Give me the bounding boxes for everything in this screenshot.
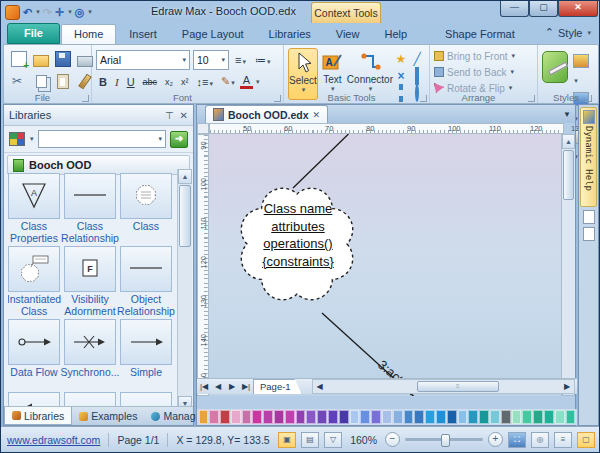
delete-shape-icon[interactable]: × <box>393 69 409 83</box>
page-tab[interactable]: Page-1 <box>253 379 302 394</box>
website-link[interactable]: www.edrawsoft.com <box>7 434 100 446</box>
color-swatch[interactable] <box>382 410 392 424</box>
bottom-tab-examples[interactable]: Examples <box>72 407 144 425</box>
color-swatch[interactable] <box>209 410 219 424</box>
minimize-button[interactable]: — <box>500 1 529 17</box>
help-page-icon[interactable] <box>583 227 595 241</box>
color-swatch[interactable] <box>566 410 576 424</box>
font-size-combo[interactable]: 10▾ <box>193 50 229 70</box>
bullets-button[interactable]: ≔▾ <box>252 53 274 68</box>
align-text-button[interactable]: ≡▾ <box>232 53 249 67</box>
fit-to-window-button[interactable]: ⛶ <box>508 432 526 448</box>
color-swatch[interactable] <box>350 410 360 424</box>
line-shape-icon[interactable]: ╱ <box>409 52 425 66</box>
undo-button[interactable]: ↶ <box>23 6 32 19</box>
scroll-right-icon[interactable]: ▶ <box>560 382 574 391</box>
color-swatch[interactable] <box>296 410 306 424</box>
color-swatch[interactable] <box>522 410 532 424</box>
color-swatch[interactable] <box>199 410 209 424</box>
open-file-icon[interactable] <box>33 55 49 67</box>
next-page-icon[interactable]: ▶ <box>225 382 239 391</box>
library-list-dropdown-icon[interactable]: ▾ <box>30 135 34 143</box>
tab-insert[interactable]: Insert <box>117 25 169 44</box>
style-menu-button[interactable]: ⌃ Style ▾ <box>545 26 591 39</box>
previous-page-icon[interactable]: ◀ <box>211 382 225 391</box>
format-painter-icon[interactable] <box>78 73 92 89</box>
paste-icon[interactable] <box>57 74 69 89</box>
color-swatch[interactable] <box>231 410 241 424</box>
dialog-launcher-icon[interactable] <box>528 95 535 102</box>
tab-help[interactable]: Help <box>372 25 419 44</box>
color-swatch[interactable] <box>306 410 316 424</box>
font-color-button[interactable]: A <box>240 74 253 89</box>
bottom-tab-libraries[interactable]: Libraries <box>4 407 72 425</box>
tab-view[interactable]: View <box>324 25 372 44</box>
help-page-icon[interactable] <box>583 210 595 224</box>
color-swatch[interactable] <box>533 410 543 424</box>
color-swatch[interactable] <box>544 410 554 424</box>
color-swatch[interactable] <box>285 410 295 424</box>
tab-home[interactable]: Home <box>61 24 116 44</box>
shape-class-relationship[interactable]: Class Relationship <box>64 173 116 244</box>
zoom-out-button[interactable]: − <box>385 432 400 447</box>
panel-close-icon[interactable]: ✕ <box>180 110 188 121</box>
dynamic-help-tab[interactable]: Dynamic Help <box>580 107 597 207</box>
scrollbar-thumb[interactable] <box>179 185 191 247</box>
superscript-button[interactable]: x² <box>178 76 192 88</box>
rectangle-shape-icon[interactable] <box>409 69 425 83</box>
shape-instantiated-class[interactable]: Instantiated Class <box>8 246 60 317</box>
dialog-launcher-icon[interactable] <box>274 95 281 102</box>
line-spacing-button[interactable]: ↕≡▾ <box>194 75 216 89</box>
color-swatch[interactable] <box>242 410 252 424</box>
shape-class-properties[interactable]: A Class Properties <box>8 173 60 244</box>
document-tab[interactable]: Booch OOD.edx ✕ <box>205 105 328 123</box>
color-swatch[interactable] <box>371 410 381 424</box>
library-go-button[interactable]: ➜ <box>170 131 188 148</box>
color-swatch[interactable] <box>274 410 284 424</box>
zoom-tool-button[interactable]: ◎ <box>75 6 85 19</box>
color-swatch[interactable] <box>468 410 478 424</box>
scroll-left-icon[interactable]: ◀ <box>313 382 327 391</box>
full-screen-button[interactable]: ▢ <box>577 432 595 448</box>
copy-icon[interactable] <box>36 75 47 88</box>
new-document-icon[interactable] <box>11 51 27 67</box>
color-swatch[interactable] <box>252 410 262 424</box>
color-swatch[interactable] <box>220 410 230 424</box>
pan-button[interactable]: ✛ <box>55 6 64 19</box>
shape-visibility-adornment[interactable]: F Visibility Adornment <box>64 246 116 317</box>
shape-class[interactable]: Class <box>120 173 172 244</box>
redo-button[interactable]: ↷ <box>43 6 52 19</box>
star-shape-icon[interactable]: ★ <box>393 52 409 66</box>
scroll-up-icon[interactable]: ▲ <box>178 169 192 184</box>
library-search-box[interactable]: ▾ <box>38 130 166 148</box>
font-name-combo[interactable]: Arial▾ <box>96 50 190 70</box>
send-to-back-button[interactable]: Send to Back▾ <box>434 64 533 80</box>
tab-file[interactable]: File <box>7 23 60 44</box>
scroll-up-icon[interactable]: ▲ <box>562 134 575 149</box>
color-swatch[interactable] <box>404 410 414 424</box>
shape-data-flow[interactable]: Data Flow <box>8 319 60 390</box>
shape-synchronization[interactable]: Synchrono... <box>64 319 116 390</box>
print-icon[interactable] <box>77 56 93 67</box>
subscript-button[interactable]: x₂ <box>162 76 176 88</box>
canvas-vertical-scrollbar[interactable]: ▲ ▼ <box>561 134 575 396</box>
drawing-canvas[interactable]: 3:action Class name attributes operation… <box>209 134 564 396</box>
bold-button[interactable]: B <box>96 75 110 89</box>
theme-style-button[interactable] <box>542 51 568 83</box>
tab-list-dropdown-icon[interactable]: ▼ <box>563 110 571 119</box>
library-list-icon[interactable] <box>9 132 25 146</box>
qat-customize-icon[interactable]: ▾ <box>88 8 92 16</box>
last-page-icon[interactable]: ▶| <box>239 382 253 391</box>
color-swatch[interactable] <box>317 410 327 424</box>
shape-object-relationship[interactable]: Object Relationship <box>120 246 172 317</box>
zoom-slider[interactable] <box>405 438 483 441</box>
zoom-in-button[interactable]: + <box>488 432 503 447</box>
library-scrollbar[interactable]: ▲ ▼ <box>177 169 192 409</box>
color-swatch[interactable] <box>393 410 403 424</box>
color-swatch[interactable] <box>512 410 522 424</box>
color-swatch[interactable] <box>339 410 349 424</box>
pan-dropdown-icon[interactable]: ▾ <box>68 8 72 16</box>
undo-dropdown-icon[interactable]: ▾ <box>36 8 40 16</box>
dialog-launcher-icon[interactable] <box>585 95 592 102</box>
color-swatch[interactable] <box>458 410 468 424</box>
